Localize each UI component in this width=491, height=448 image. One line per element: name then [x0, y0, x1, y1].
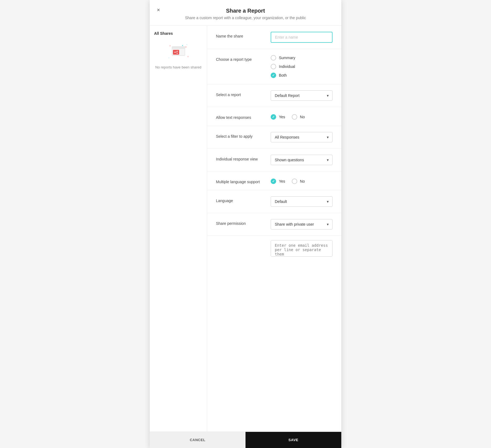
- radio-individual[interactable]: Individual: [271, 64, 333, 69]
- modal-title: Share a Report: [155, 8, 336, 14]
- allow-text-radio-group: Yes No: [271, 113, 333, 120]
- lang-support-yes-circle: [271, 179, 276, 184]
- modal-footer: CANCEL SAVE: [150, 432, 341, 448]
- empty-state-text: No reports have been shared: [155, 65, 201, 70]
- individual-view-label: Individual response view: [216, 155, 271, 161]
- select-report-control: Default Report: [271, 90, 333, 101]
- name-share-row: Name the share: [207, 26, 341, 49]
- lang-support-label: Multiple language support: [216, 177, 271, 184]
- select-report-wrapper: Default Report: [271, 90, 333, 101]
- select-report-row: Select a report Default Report: [207, 84, 341, 107]
- svg-point-10: [177, 51, 178, 52]
- lang-support-no-label: No: [300, 179, 305, 183]
- form-panel: Name the share Choose a report type Summ…: [207, 26, 341, 432]
- close-button[interactable]: ×: [156, 6, 161, 14]
- svg-point-9: [174, 52, 175, 53]
- svg-point-1: [186, 44, 187, 45]
- report-type-control: Summary Individual Both: [271, 55, 333, 78]
- allow-text-control: Yes No: [271, 113, 333, 120]
- lang-support-no[interactable]: No: [292, 179, 305, 184]
- radio-summary[interactable]: Summary: [271, 55, 333, 61]
- filter-dropdown[interactable]: All Responses: [271, 132, 333, 142]
- share-permission-label: Share permission: [216, 219, 271, 226]
- share-permission-wrapper: Share with private user: [271, 219, 333, 229]
- filter-label: Select a filter to apply: [216, 132, 271, 139]
- select-report-dropdown[interactable]: Default Report: [271, 90, 333, 101]
- select-report-label: Select a report: [216, 90, 271, 97]
- modal-header: × Share a Report Share a custom report w…: [150, 0, 341, 26]
- lang-support-row: Multiple language support Yes No: [207, 171, 341, 190]
- lang-support-yes[interactable]: Yes: [271, 179, 285, 184]
- allow-text-yes[interactable]: Yes: [271, 114, 285, 120]
- cancel-button[interactable]: CANCEL: [150, 432, 246, 448]
- allow-text-no-circle: [292, 114, 297, 120]
- email-row: [207, 236, 341, 262]
- allow-text-yes-label: Yes: [279, 115, 285, 119]
- allow-text-no-label: No: [300, 115, 305, 119]
- language-label: Language: [216, 196, 271, 203]
- name-share-control: [271, 32, 333, 43]
- radio-individual-label: Individual: [279, 64, 295, 69]
- share-report-modal: × Share a Report Share a custom report w…: [150, 0, 341, 448]
- report-type-row: Choose a report type Summary Individual: [207, 49, 341, 84]
- modal-body: All Shares: [150, 26, 341, 432]
- lang-support-yes-label: Yes: [279, 179, 285, 183]
- email-control: [271, 240, 333, 258]
- filter-row: Select a filter to apply All Responses: [207, 126, 341, 149]
- email-textarea[interactable]: [271, 240, 333, 257]
- individual-view-wrapper: Shown questions: [271, 155, 333, 165]
- individual-view-dropdown[interactable]: Shown questions: [271, 155, 333, 165]
- svg-point-2: [187, 56, 189, 57]
- svg-point-3: [168, 57, 169, 58]
- share-permission-dropdown[interactable]: Share with private user: [271, 219, 333, 229]
- svg-point-0: [169, 45, 171, 47]
- modal-subtitle: Share a custom report with a colleague, …: [155, 16, 336, 20]
- svg-point-11: [177, 53, 178, 54]
- report-type-label: Choose a report type: [216, 55, 271, 62]
- radio-both[interactable]: Both: [271, 73, 333, 78]
- radio-both-circle: [271, 73, 276, 78]
- radio-individual-circle: [271, 64, 276, 69]
- svg-rect-7: [172, 47, 185, 49]
- radio-summary-circle: [271, 55, 276, 61]
- svg-rect-8: [173, 50, 179, 55]
- allow-text-yes-circle: [271, 114, 276, 120]
- language-row: Language Default: [207, 190, 341, 213]
- allow-text-no[interactable]: No: [292, 114, 305, 120]
- share-permission-row: Share permission Share with private user: [207, 213, 341, 236]
- sidebar-title: All Shares: [154, 31, 203, 36]
- language-wrapper: Default: [271, 196, 333, 207]
- language-control: Default: [271, 196, 333, 207]
- lang-support-no-circle: [292, 179, 297, 184]
- sidebar: All Shares: [150, 26, 207, 432]
- empty-state: No reports have been shared: [154, 42, 203, 70]
- allow-text-label: Allow text responses: [216, 113, 271, 120]
- individual-view-control: Shown questions: [271, 155, 333, 165]
- radio-both-label: Both: [279, 73, 287, 77]
- save-button[interactable]: SAVE: [246, 432, 341, 448]
- lang-support-radio-group: Yes No: [271, 177, 333, 184]
- name-share-input[interactable]: [271, 32, 333, 43]
- language-dropdown[interactable]: Default: [271, 196, 333, 207]
- empty-state-icon: [167, 42, 189, 61]
- name-share-label: Name the share: [216, 32, 271, 38]
- radio-summary-label: Summary: [279, 56, 295, 60]
- filter-wrapper: All Responses: [271, 132, 333, 142]
- lang-support-control: Yes No: [271, 177, 333, 184]
- email-label: [216, 240, 271, 242]
- share-permission-control: Share with private user: [271, 219, 333, 229]
- allow-text-row: Allow text responses Yes No: [207, 107, 341, 126]
- filter-control: All Responses: [271, 132, 333, 142]
- individual-view-row: Individual response view Shown questions: [207, 149, 341, 171]
- report-type-radio-group: Summary Individual Both: [271, 55, 333, 78]
